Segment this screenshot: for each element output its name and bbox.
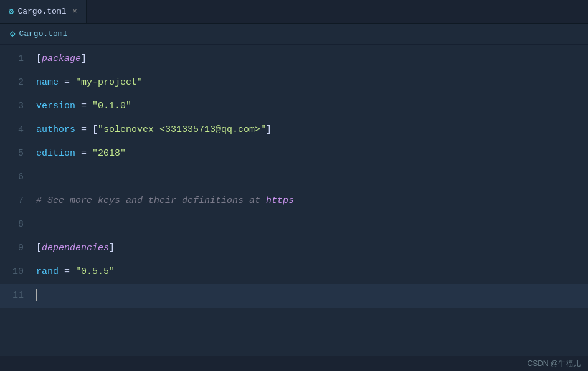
code-line: 1[package] (0, 47, 588, 71)
token-key: name (36, 77, 59, 88)
line-number: 3 (0, 95, 36, 118)
token-bracket: [ (36, 54, 42, 64)
code-line: 10rand = "0.5.5" (0, 260, 588, 284)
token-bracket: ] (266, 124, 272, 135)
line-content: version = "0.1.0" (36, 95, 131, 118)
code-line: 5edition = "2018" (0, 142, 588, 166)
token-url: https (266, 195, 294, 206)
token-string: "my-project" (75, 77, 143, 88)
token-string: "0.5.5" (75, 266, 115, 277)
watermark: CSDN @牛福儿 (527, 359, 581, 369)
line-content: [package] (36, 47, 87, 71)
token-section: dependencies (42, 243, 109, 253)
tab-label: Cargo.toml (17, 7, 66, 16)
code-line: 9[dependencies] (0, 237, 588, 260)
token-equals: = (75, 101, 92, 111)
code-line: 6 (0, 166, 588, 189)
line-content (36, 284, 37, 308)
token-key: edition (36, 148, 75, 159)
close-icon[interactable]: × (72, 7, 77, 16)
token-equals: = (75, 148, 92, 159)
line-content: edition = "2018" (36, 142, 126, 166)
token-equals: = (75, 124, 92, 135)
line-number: 7 (0, 189, 36, 213)
editor: 1[package]2name = "my-project"3version =… (0, 45, 588, 356)
line-number: 4 (0, 118, 36, 142)
line-content: [dependencies] (36, 237, 115, 260)
breadcrumb: ⚙ Cargo.toml (0, 24, 588, 45)
token-string: "0.1.0" (92, 101, 131, 111)
code-area: 1[package]2name = "my-project"3version =… (0, 45, 588, 308)
line-number: 11 (0, 284, 36, 308)
code-line: 4authors = ["solenovex <331335713@qq.com… (0, 118, 588, 142)
code-line: 11 (0, 284, 588, 308)
token-bracket: [ (92, 124, 98, 135)
line-number: 2 (0, 71, 36, 95)
line-number: 8 (0, 213, 36, 237)
code-line: 7# See more keys and their definitions a… (0, 189, 588, 213)
gear-icon: ⚙ (9, 6, 14, 17)
token-key: authors (36, 124, 75, 135)
token-string: "solenovex <331335713@qq.com>" (98, 124, 266, 135)
token-equals: = (59, 77, 75, 88)
token-key: rand (36, 266, 59, 277)
line-content: name = "my-project" (36, 71, 143, 95)
tab-bar: ⚙ Cargo.toml × (0, 0, 588, 24)
token-string: "2018" (92, 148, 126, 159)
token-equals: = (59, 266, 75, 277)
token-bracket: ] (81, 54, 87, 64)
token-bracket: ] (109, 243, 115, 253)
token-section: package (42, 54, 81, 64)
breadcrumb-filename: Cargo.toml (19, 29, 67, 39)
status-bar: CSDN @牛福儿 (0, 356, 588, 371)
tab-cargo-toml[interactable]: ⚙ Cargo.toml × (0, 0, 87, 23)
line-content: # See more keys and their definitions at… (36, 189, 294, 213)
code-line: 2name = "my-project" (0, 71, 588, 95)
line-number: 6 (0, 166, 36, 189)
line-content: rand = "0.5.5" (36, 260, 115, 284)
code-line: 3version = "0.1.0" (0, 95, 588, 118)
text-cursor (36, 289, 37, 301)
token-comment: # See more keys and their definitions at (36, 195, 266, 206)
line-number: 9 (0, 237, 36, 260)
token-key: version (36, 101, 75, 111)
breadcrumb-gear-icon: ⚙ (10, 29, 15, 39)
code-line: 8 (0, 213, 588, 237)
line-number: 10 (0, 260, 36, 284)
line-number: 1 (0, 47, 36, 71)
token-bracket: [ (36, 243, 42, 253)
line-content: authors = ["solenovex <331335713@qq.com>… (36, 118, 272, 142)
line-number: 5 (0, 142, 36, 166)
